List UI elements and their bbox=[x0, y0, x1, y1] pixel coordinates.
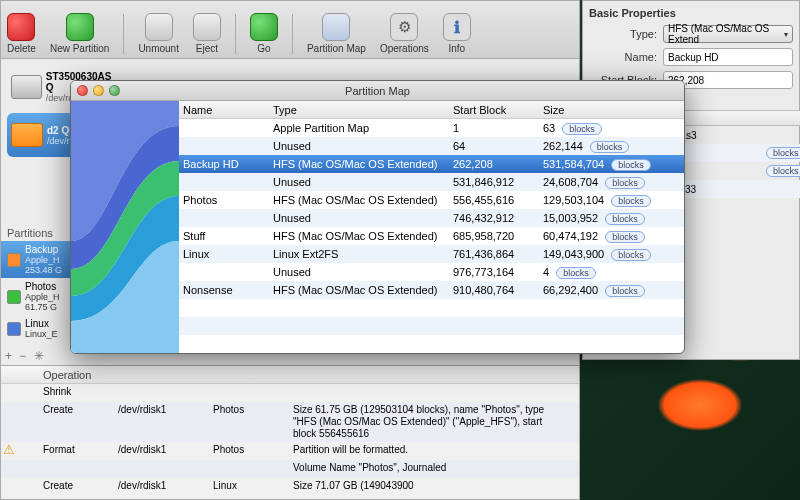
separator bbox=[292, 14, 293, 54]
info-icon bbox=[443, 13, 471, 41]
remove-button[interactable]: − bbox=[19, 349, 26, 363]
zoom-icon[interactable] bbox=[109, 85, 120, 96]
cell-name: Linux bbox=[183, 248, 273, 260]
ops-col-operation: Operation bbox=[43, 369, 118, 381]
partition-table[interactable]: Name Type Start Block Size Apple Partiti… bbox=[179, 101, 684, 353]
settings-button[interactable]: ✳ bbox=[34, 349, 44, 363]
partition-map-button[interactable]: Partition Map bbox=[307, 13, 366, 54]
go-icon bbox=[250, 13, 278, 41]
table-row bbox=[179, 335, 684, 353]
op-name: Shrink bbox=[43, 386, 118, 398]
info-label: Info bbox=[448, 43, 465, 54]
delete-button[interactable]: Delete bbox=[7, 13, 36, 54]
blocks-pill[interactable]: blocks bbox=[766, 165, 800, 177]
cell-type: Unused bbox=[273, 266, 453, 278]
blocks-pill[interactable]: blocks bbox=[766, 147, 800, 159]
cell-size: 24,608,704 blocks bbox=[543, 176, 673, 189]
unmount-button[interactable]: Unmount bbox=[138, 13, 179, 54]
plus-icon bbox=[66, 13, 94, 41]
add-button[interactable]: + bbox=[5, 349, 12, 363]
op-name: Create bbox=[43, 404, 118, 416]
cell-start: 685,958,720 bbox=[453, 230, 543, 242]
delete-icon bbox=[7, 13, 35, 41]
window-title: Partition Map bbox=[71, 85, 684, 97]
eject-label: Eject bbox=[196, 43, 218, 54]
window-titlebar[interactable]: Partition Map bbox=[71, 81, 684, 101]
delete-label: Delete bbox=[7, 43, 36, 54]
toolbar: Delete New Partition Unmount Eject Go Pa… bbox=[1, 1, 579, 59]
col-type: Type bbox=[273, 104, 453, 116]
blocks-pill[interactable]: blocks bbox=[590, 141, 630, 153]
warning-icon bbox=[3, 444, 43, 457]
operations-button[interactable]: Operations bbox=[380, 13, 429, 54]
sankey-icon bbox=[71, 101, 179, 353]
cell-size: 149,043,900 blocks bbox=[543, 248, 673, 261]
cell: blocks bbox=[766, 147, 800, 159]
type-select[interactable]: HFS (Mac OS/Mac OS Extend bbox=[663, 25, 793, 43]
cell-type: HFS (Mac OS/Mac OS Extended) bbox=[273, 284, 453, 296]
cell-start: 746,432,912 bbox=[453, 212, 543, 224]
new-partition-button[interactable]: New Partition bbox=[50, 13, 109, 54]
ops-row[interactable]: Create/dev/rdisk1LinuxSize 71.07 GB (149… bbox=[1, 478, 579, 496]
close-icon[interactable] bbox=[77, 85, 88, 96]
blocks-pill[interactable]: blocks bbox=[611, 249, 651, 261]
ops-row[interactable]: Create/dev/rdisk1PhotosSize 61.75 GB (12… bbox=[1, 402, 579, 442]
op-name: Format bbox=[43, 444, 118, 456]
blocks-pill[interactable]: blocks bbox=[611, 159, 651, 171]
go-button[interactable]: Go bbox=[250, 13, 278, 54]
table-row[interactable]: NonsenseHFS (Mac OS/Mac OS Extended)910,… bbox=[179, 281, 684, 299]
name-field[interactable]: Backup HD bbox=[663, 48, 793, 66]
cell-start: 976,773,164 bbox=[453, 266, 543, 278]
blocks-pill[interactable]: blocks bbox=[556, 267, 596, 279]
partition-name: Backup bbox=[25, 244, 62, 255]
minimize-icon[interactable] bbox=[93, 85, 104, 96]
gear-icon bbox=[390, 13, 418, 41]
partition-name: Linux bbox=[25, 318, 58, 329]
cell-size: 66,292,400 blocks bbox=[543, 284, 673, 297]
table-row[interactable]: Unused746,432,91215,003,952 blocks bbox=[179, 209, 684, 227]
cell-type: Unused bbox=[273, 212, 453, 224]
ops-row[interactable]: Format/dev/rdisk1PhotosPartition will be… bbox=[1, 442, 579, 460]
blocks-pill[interactable]: blocks bbox=[605, 231, 645, 243]
blocks-pill[interactable]: blocks bbox=[562, 123, 602, 135]
table-row[interactable]: Unused64262,144 blocks bbox=[179, 137, 684, 155]
cell-start: 64 bbox=[453, 140, 543, 152]
partition-chart bbox=[71, 101, 179, 353]
name-value: Backup HD bbox=[668, 52, 719, 63]
ops-row[interactable]: Shrink bbox=[1, 384, 579, 402]
cell-type: Unused bbox=[273, 176, 453, 188]
go-label: Go bbox=[257, 43, 270, 54]
cell-type: Unused bbox=[273, 140, 453, 152]
table-row[interactable]: LinuxLinux Ext2FS761,436,864149,043,900 … bbox=[179, 245, 684, 263]
ops-header: Operation bbox=[1, 366, 579, 384]
cell-size: 262,144 blocks bbox=[543, 140, 673, 153]
info-button[interactable]: Info bbox=[443, 13, 471, 54]
blocks-pill[interactable]: blocks bbox=[611, 195, 651, 207]
cell-type: HFS (Mac OS/Mac OS Extended) bbox=[273, 230, 453, 242]
op-disk: /dev/rdisk1 bbox=[118, 404, 213, 416]
unmount-label: Unmount bbox=[138, 43, 179, 54]
table-row[interactable]: Backup HDHFS (Mac OS/Mac OS Extended)262… bbox=[179, 155, 684, 173]
partition-type: Apple_H bbox=[25, 255, 62, 265]
table-row[interactable]: PhotosHFS (Mac OS/Mac OS Extended)556,45… bbox=[179, 191, 684, 209]
blocks-pill[interactable]: blocks bbox=[605, 285, 645, 297]
table-header: Name Type Start Block Size bbox=[179, 101, 684, 119]
operations-label: Operations bbox=[380, 43, 429, 54]
color-swatch-icon bbox=[7, 322, 21, 336]
cell-start: 262,208 bbox=[453, 158, 543, 170]
separator bbox=[235, 14, 236, 54]
table-row[interactable]: Apple Partition Map163 blocks bbox=[179, 119, 684, 137]
table-row bbox=[179, 317, 684, 335]
eject-button[interactable]: Eject bbox=[193, 13, 221, 54]
cell-start: 531,846,912 bbox=[453, 176, 543, 188]
table-row[interactable]: StuffHFS (Mac OS/Mac OS Extended)685,958… bbox=[179, 227, 684, 245]
table-row[interactable]: Unused531,846,91224,608,704 blocks bbox=[179, 173, 684, 191]
cell-size: 531,584,704 blocks bbox=[543, 158, 673, 171]
hard-drive-icon bbox=[11, 75, 42, 99]
ops-row[interactable]: Volume Name "Photos", Journaled bbox=[1, 460, 579, 478]
blocks-pill[interactable]: blocks bbox=[605, 213, 645, 225]
type-value: HFS (Mac OS/Mac OS Extend bbox=[668, 23, 784, 45]
table-row[interactable]: Unused976,773,1644 blocks bbox=[179, 263, 684, 281]
partition-name: Photos bbox=[25, 281, 60, 292]
blocks-pill[interactable]: blocks bbox=[605, 177, 645, 189]
